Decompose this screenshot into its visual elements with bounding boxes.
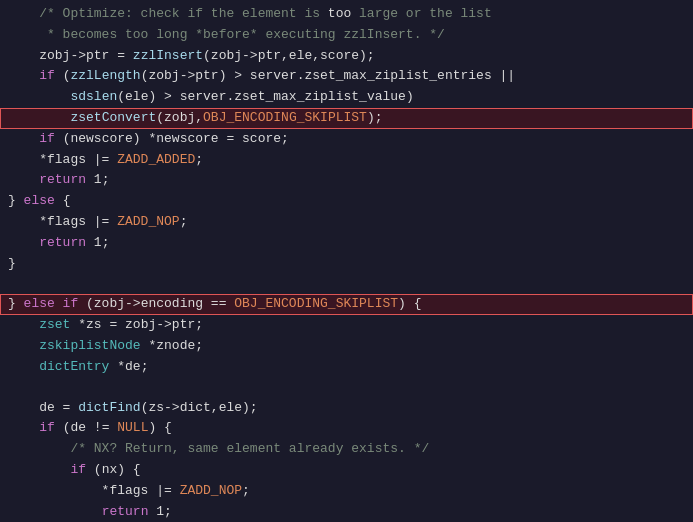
code-line xyxy=(0,378,693,398)
line-content: if (nx) { xyxy=(8,460,681,481)
code-line: if (newscore) *newscore = score; xyxy=(0,129,693,150)
code-line: } else { xyxy=(0,191,693,212)
line-content: } else { xyxy=(8,191,681,212)
code-line: return 1; xyxy=(0,233,693,254)
line-content: return 1; xyxy=(8,170,681,191)
code-line: dictEntry *de; xyxy=(0,357,693,378)
code-line: } else if (zobj->encoding == OBJ_ENCODIN… xyxy=(0,294,693,315)
code-line: *flags |= ZADD_NOP; xyxy=(0,481,693,502)
line-content: } else if (zobj->encoding == OBJ_ENCODIN… xyxy=(8,294,681,315)
line-content: *flags |= ZADD_NOP; xyxy=(8,212,681,233)
line-content: sdslen(ele) > server.zset_max_ziplist_va… xyxy=(8,87,681,108)
line-content: *flags |= ZADD_NOP; xyxy=(8,481,681,502)
code-line: *flags |= ZADD_NOP; xyxy=(0,212,693,233)
code-line: if (de != NULL) { xyxy=(0,418,693,439)
line-content: if (de != NULL) { xyxy=(8,418,681,439)
line-content: /* Optimize: check if the element is too… xyxy=(8,4,681,25)
code-line: *flags |= ZADD_ADDED; xyxy=(0,150,693,171)
code-line: zset *zs = zobj->ptr; xyxy=(0,315,693,336)
code-line: zobj->ptr = zzlInsert(zobj->ptr,ele,scor… xyxy=(0,46,693,67)
code-line: return 1; xyxy=(0,170,693,191)
code-line: sdslen(ele) > server.zset_max_ziplist_va… xyxy=(0,87,693,108)
code-line: /* Optimize: check if the element is too… xyxy=(0,4,693,25)
line-content: dictEntry *de; xyxy=(8,357,681,378)
code-line: * becomes too long *before* executing zz… xyxy=(0,25,693,46)
line-content: if (zzlLength(zobj->ptr) > server.zset_m… xyxy=(8,66,681,87)
line-content: de = dictFind(zs->dict,ele); xyxy=(8,398,681,419)
line-content: zsetConvert(zobj,OBJ_ENCODING_SKIPLIST); xyxy=(8,108,681,129)
code-line xyxy=(0,274,693,294)
code-line: if (nx) { xyxy=(0,460,693,481)
line-content: } xyxy=(8,254,681,275)
line-content: * becomes too long *before* executing zz… xyxy=(8,25,681,46)
line-content: if (newscore) *newscore = score; xyxy=(8,129,681,150)
line-content: zskiplistNode *znode; xyxy=(8,336,681,357)
code-line: de = dictFind(zs->dict,ele); xyxy=(0,398,693,419)
code-line: return 1; xyxy=(0,502,693,522)
code-editor: /* Optimize: check if the element is too… xyxy=(0,0,693,522)
code-line: } xyxy=(0,254,693,275)
line-content: *flags |= ZADD_ADDED; xyxy=(8,150,681,171)
code-line: zsetConvert(zobj,OBJ_ENCODING_SKIPLIST); xyxy=(0,108,693,129)
code-line: if (zzlLength(zobj->ptr) > server.zset_m… xyxy=(0,66,693,87)
line-content: /* NX? Return, same element already exis… xyxy=(8,439,681,460)
line-content: return 1; xyxy=(8,233,681,254)
code-line: /* NX? Return, same element already exis… xyxy=(0,439,693,460)
line-content: zobj->ptr = zzlInsert(zobj->ptr,ele,scor… xyxy=(8,46,681,67)
code-line: zskiplistNode *znode; xyxy=(0,336,693,357)
line-content: zset *zs = zobj->ptr; xyxy=(8,315,681,336)
line-content: return 1; xyxy=(8,502,681,522)
